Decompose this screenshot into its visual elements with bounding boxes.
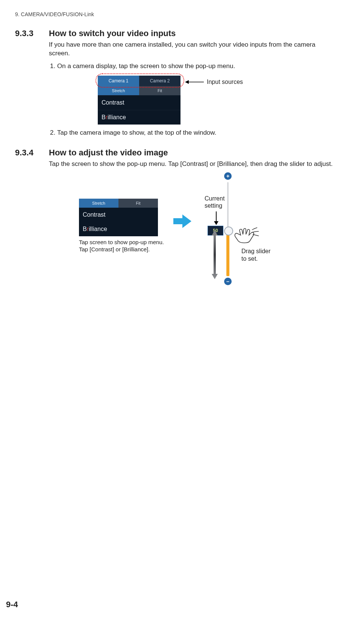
svg-marker-2 xyxy=(173,214,191,228)
arrow-left-icon xyxy=(185,79,204,85)
caption-line-2: Tap [Contrast] or [Brilliance]. xyxy=(79,246,164,253)
steps-933b: Tap the camera image to show, at the top… xyxy=(49,129,338,137)
caption-line-1: Tap screen to show pop-up menu. xyxy=(79,239,164,246)
section-title-934: How to adjust the video image xyxy=(49,148,168,158)
menu-brilliance-2[interactable]: Brilliance xyxy=(79,222,158,236)
drag-line-1: Drag slider xyxy=(241,248,270,255)
slider-fill xyxy=(226,229,229,276)
tab-fit[interactable]: Fit xyxy=(139,86,180,95)
brilliance-rest-2: illiance xyxy=(89,226,107,232)
arrow-right-icon xyxy=(173,214,191,230)
current-setting-2: setting xyxy=(205,202,224,209)
svg-marker-4 xyxy=(214,221,218,225)
arrow-down-icon xyxy=(214,211,219,225)
step-1: On a camera display, tap the screen to s… xyxy=(57,62,338,70)
popup-menu-1: Camera 1 Camera 2 Stretch Fit Contrast B… xyxy=(98,76,180,125)
running-header: 9. CAMERA/VIDEO/FUSION-Link xyxy=(15,11,338,17)
figure-2-caption: Tap screen to show pop-up menu. Tap [Con… xyxy=(79,239,164,253)
minus-button[interactable]: – xyxy=(224,278,232,285)
plus-button[interactable]: + xyxy=(224,172,232,180)
figure-input-sources: Camera 1 Camera 2 Stretch Fit Contrast B… xyxy=(98,76,338,125)
section-number-933: 9.3.3 xyxy=(15,29,49,38)
figure-adjust-image: Stretch Fit Contrast Brilliance Tap scre… xyxy=(79,172,338,293)
tab-camera-1[interactable]: Camera 1 xyxy=(98,76,139,86)
tab-stretch[interactable]: Stretch xyxy=(98,86,139,95)
menu-brilliance[interactable]: Brilliance xyxy=(98,110,180,125)
intro-934: Tap the screen to show the pop-up menu. … xyxy=(49,160,338,169)
hand-icon xyxy=(234,227,260,246)
intro-933: If you have more than one camera install… xyxy=(49,41,338,58)
input-sources-label: Input sources xyxy=(207,79,243,85)
page-number: 9-4 xyxy=(6,600,18,609)
step-2: Tap the camera image to show, at the top… xyxy=(57,129,338,137)
steps-933: On a camera display, tap the screen to s… xyxy=(49,62,338,70)
tab-fit-2[interactable]: Fit xyxy=(118,199,158,208)
brilliance-prefix: B xyxy=(102,114,106,120)
current-setting-label: Current setting xyxy=(205,195,224,209)
slider-thumb[interactable] xyxy=(224,226,233,236)
brilliance-rest: illiance xyxy=(108,114,126,120)
menu-contrast-2[interactable]: Contrast xyxy=(79,208,158,222)
popup-menu-2: Stretch Fit Contrast Brilliance xyxy=(79,199,158,236)
drag-line-2: to set. xyxy=(241,255,270,263)
tab-stretch-2[interactable]: Stretch xyxy=(79,199,118,208)
brilliance-prefix-2: B xyxy=(83,226,87,232)
tab-camera-2[interactable]: Camera 2 xyxy=(139,76,180,86)
section-title-933: How to switch your video inputs xyxy=(49,29,176,38)
slider-diagram: + 50 – Current setting xyxy=(201,172,284,293)
section-number-934: 9.3.4 xyxy=(15,148,49,158)
svg-marker-1 xyxy=(185,80,189,84)
drag-slider-label: Drag slider to set. xyxy=(241,248,270,263)
menu-contrast[interactable]: Contrast xyxy=(98,95,180,110)
current-setting-1: Current xyxy=(205,195,224,202)
double-arrow-icon xyxy=(211,230,219,279)
svg-marker-5 xyxy=(212,230,218,279)
